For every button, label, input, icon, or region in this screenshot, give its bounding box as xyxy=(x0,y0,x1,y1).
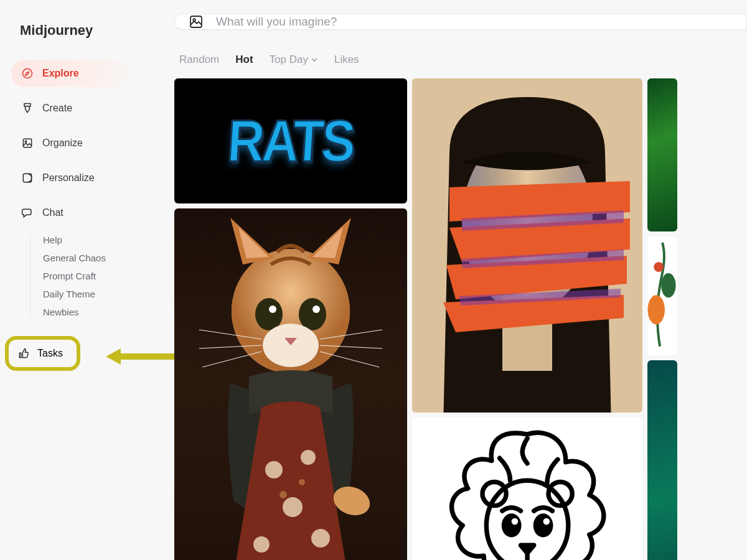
svg-point-55 xyxy=(654,262,664,272)
sidebar-item-create[interactable]: Create xyxy=(11,95,163,122)
image-gallery: RATS xyxy=(174,78,747,560)
svg-point-0 xyxy=(23,69,32,78)
svg-point-10 xyxy=(255,298,283,330)
filter-random[interactable]: Random xyxy=(179,54,219,66)
thumbs-up-icon xyxy=(17,347,30,360)
prompt-input[interactable] xyxy=(216,15,733,29)
svg-point-30 xyxy=(280,491,287,498)
svg-point-22 xyxy=(301,450,316,465)
svg-marker-5 xyxy=(106,348,121,365)
svg-line-20 xyxy=(320,352,379,367)
svg-point-50 xyxy=(533,513,553,537)
chat-sub-newbies[interactable]: Newbies xyxy=(43,306,163,318)
image-icon xyxy=(189,14,204,29)
gallery-tile-green-landscape[interactable] xyxy=(647,78,677,231)
sidebar: Midjourney Explore Create Organize Perso… xyxy=(0,0,174,560)
filter-likes[interactable]: Likes xyxy=(334,54,359,66)
svg-point-51 xyxy=(512,518,519,525)
chat-sub-help[interactable]: Help xyxy=(43,234,163,246)
rats-wordmark: RATS xyxy=(226,108,355,175)
svg-point-53 xyxy=(647,295,665,324)
sidebar-item-label: Create xyxy=(42,103,72,114)
svg-point-11 xyxy=(299,298,326,330)
sidebar-item-label: Tasks xyxy=(37,348,63,359)
compass-icon xyxy=(21,67,34,80)
main-content: Random Hot Top Day Likes RATS xyxy=(174,0,747,560)
sidebar-item-tasks[interactable]: Tasks xyxy=(5,336,80,371)
brush-icon xyxy=(21,102,34,114)
chat-sublist: Help General Chaos Prompt Craft Daily Th… xyxy=(30,234,163,318)
sidebar-item-label: Organize xyxy=(42,138,83,149)
svg-point-25 xyxy=(311,529,330,548)
prompt-bar[interactable] xyxy=(174,14,747,30)
sidebar-item-explore[interactable]: Explore xyxy=(11,60,129,87)
sidebar-item-label: Explore xyxy=(42,68,79,79)
svg-point-24 xyxy=(253,536,270,553)
sidebar-item-label: Personalize xyxy=(42,172,95,184)
gallery-tile-cat-dress[interactable] xyxy=(174,208,407,560)
shapes-icon xyxy=(21,172,34,184)
svg-point-2 xyxy=(25,141,27,142)
svg-point-21 xyxy=(265,461,283,478)
gallery-tile-lion-lineart[interactable] xyxy=(412,418,642,560)
chevron-down-icon xyxy=(311,56,318,63)
image-icon xyxy=(21,137,34,149)
svg-point-49 xyxy=(502,513,522,537)
svg-point-31 xyxy=(299,479,305,485)
svg-rect-1 xyxy=(23,139,31,147)
chat-sub-general-chaos[interactable]: General Chaos xyxy=(43,252,163,264)
svg-point-23 xyxy=(283,497,303,517)
brand-title: Midjourney xyxy=(11,22,163,39)
chat-sub-prompt-craft[interactable]: Prompt Craft xyxy=(43,270,163,282)
svg-point-12 xyxy=(269,306,276,313)
chat-icon xyxy=(21,207,34,219)
gallery-tile-teal-abstract[interactable] xyxy=(647,360,677,560)
gallery-tile-rats-logo[interactable]: RATS xyxy=(174,78,407,203)
svg-point-13 xyxy=(312,306,320,313)
filter-row: Random Hot Top Day Likes xyxy=(179,54,747,66)
gallery-tile-plant-illustration[interactable] xyxy=(647,236,677,356)
tasks-highlight-box: Tasks xyxy=(5,336,80,371)
sidebar-item-personalize[interactable]: Personalize xyxy=(11,164,163,192)
sidebar-item-chat[interactable]: Chat xyxy=(11,199,163,226)
filter-label: Top Day xyxy=(270,54,308,66)
svg-point-52 xyxy=(543,518,550,525)
sidebar-item-label: Chat xyxy=(42,207,63,218)
svg-rect-6 xyxy=(190,16,202,27)
svg-point-54 xyxy=(661,273,676,297)
sidebar-item-organize[interactable]: Organize xyxy=(11,129,163,157)
filter-hot[interactable]: Hot xyxy=(235,54,253,66)
filter-top-day[interactable]: Top Day xyxy=(270,54,318,66)
gallery-tile-portrait-striped[interactable] xyxy=(412,78,642,413)
svg-line-17 xyxy=(202,352,261,367)
chat-sub-daily-theme[interactable]: Daily Theme xyxy=(43,288,163,300)
annotation-arrow-icon xyxy=(106,347,174,366)
